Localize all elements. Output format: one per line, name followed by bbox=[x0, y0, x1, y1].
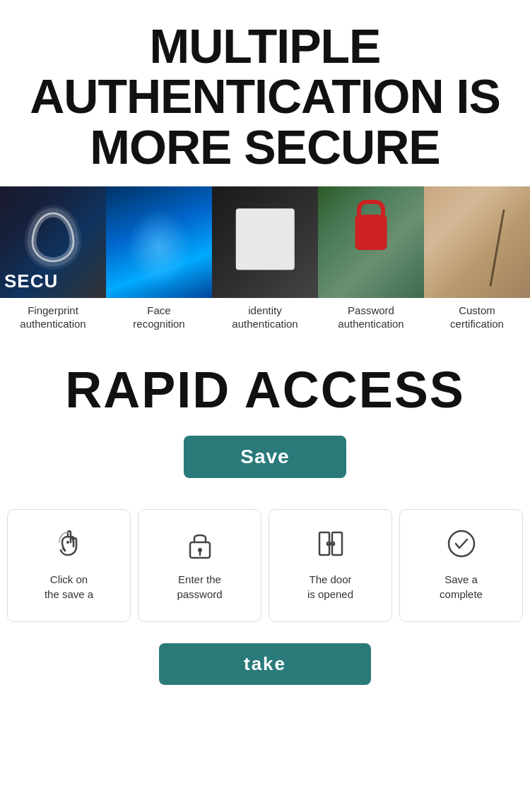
password-label: Passwordauthentication bbox=[335, 298, 406, 340]
take-section: take bbox=[0, 636, 530, 706]
steps-section: Click onthe save a Enter thepassword bbox=[0, 492, 530, 636]
gallery-item-password: Passwordauthentication bbox=[318, 186, 424, 340]
identity-label: identityauthentication bbox=[229, 298, 300, 340]
step-1-label: Click onthe save a bbox=[45, 572, 93, 602]
svg-point-8 bbox=[449, 531, 474, 556]
password-image bbox=[318, 186, 424, 298]
gallery-item-custom: Customcertification bbox=[424, 186, 530, 340]
finger-touch-icon bbox=[49, 524, 89, 563]
step-card-4: Save acomplete bbox=[399, 509, 523, 622]
face-label: Facerecognition bbox=[130, 298, 187, 340]
header-section: MULTIPLE AUTHENTICATION IS MORE SECURE bbox=[0, 0, 530, 186]
custom-label: Customcertification bbox=[447, 298, 507, 340]
auth-gallery: Fingerprintauthentication Facerecognitio… bbox=[0, 186, 530, 340]
custom-image bbox=[424, 186, 530, 298]
gallery-item-face: Facerecognition bbox=[106, 186, 212, 340]
step-2-label: Enter thepassword bbox=[177, 572, 222, 602]
door-icon bbox=[311, 524, 351, 563]
page-title: MULTIPLE AUTHENTICATION IS MORE SECURE bbox=[28, 21, 502, 172]
svg-point-0 bbox=[66, 541, 69, 544]
step-card-2: Enter thepassword bbox=[138, 509, 261, 622]
rapid-access-section: RAPID ACCESS Save bbox=[0, 340, 530, 492]
fingerprint-label: Fingerprintauthentication bbox=[17, 298, 88, 340]
gallery-item-identity: identityauthentication bbox=[212, 186, 318, 340]
fingerprint-image bbox=[0, 186, 106, 298]
rapid-access-title: RAPID ACCESS bbox=[14, 361, 516, 419]
step-card-1: Click onthe save a bbox=[7, 509, 131, 622]
step-card-3: The dooris opened bbox=[269, 509, 392, 622]
identity-image bbox=[212, 186, 318, 298]
lock-icon bbox=[180, 524, 220, 563]
check-circle-icon bbox=[442, 524, 481, 563]
face-image bbox=[106, 186, 212, 298]
save-button[interactable]: Save bbox=[184, 436, 346, 478]
gallery-item-fingerprint: Fingerprintauthentication bbox=[0, 186, 106, 340]
take-button[interactable]: take bbox=[159, 643, 371, 685]
step-3-label: The dooris opened bbox=[307, 572, 353, 602]
step-4-label: Save acomplete bbox=[440, 572, 483, 602]
